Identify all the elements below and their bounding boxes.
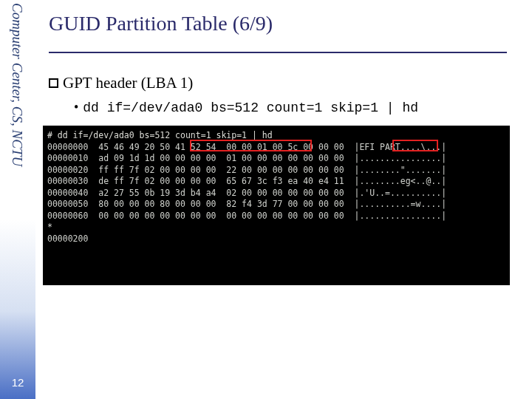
bullet-dot-icon: • (74, 100, 78, 115)
title-underline (49, 52, 507, 53)
hex-row: 00000060 00 00 00 00 00 00 00 00 00 00 0… (47, 211, 446, 221)
sidebar-gradient: Computer Center, CS, NCTU 12 (0, 0, 35, 399)
hex-row: 00000040 a2 27 55 0b 19 3d b4 a4 02 00 0… (47, 188, 446, 198)
page-number: 12 (12, 376, 24, 389)
hex-end: 00000200 (47, 233, 88, 244)
hex-row: 00000050 80 00 00 00 80 00 00 00 82 f4 3… (47, 199, 446, 209)
hex-star: * (47, 222, 52, 232)
hex-row: 00000000 45 46 49 20 50 41 52 54 00 00 0… (47, 142, 446, 152)
command-text: dd if=/dev/ada0 bs=512 count=1 skip=1 | … (83, 100, 418, 115)
hex-row: 00000030 de ff 7f 02 00 00 00 00 65 67 3… (47, 176, 446, 186)
hexdump-block: # dd if=/dev/ada0 bs=512 count=1 skip=1 … (43, 126, 510, 285)
slide-content: GUID Partition Table (6/9) GPT header (L… (49, 0, 525, 285)
section-heading: GPT header (LBA 1) (63, 74, 193, 92)
hex-row: 00000020 ff ff 7f 02 00 00 00 00 22 00 0… (47, 165, 446, 175)
command-line: •dd if=/dev/ada0 bs=512 count=1 skip=1 |… (74, 100, 525, 115)
sidebar-org-text: Computer Center, CS, NCTU (9, 3, 25, 166)
hex-row: 00000010 ad 09 1d 1d 00 00 00 00 01 00 0… (47, 153, 446, 163)
section-heading-line: GPT header (LBA 1) (49, 74, 525, 92)
square-bullet-icon (49, 78, 58, 88)
slide-title: GUID Partition Table (6/9) (49, 12, 525, 35)
hexdump-prompt: # dd if=/dev/ada0 bs=512 count=1 skip=1 … (47, 130, 273, 140)
sidebar-org: Computer Center, CS, NCTU (6, 3, 28, 225)
section: GPT header (LBA 1) •dd if=/dev/ada0 bs=5… (49, 74, 525, 285)
